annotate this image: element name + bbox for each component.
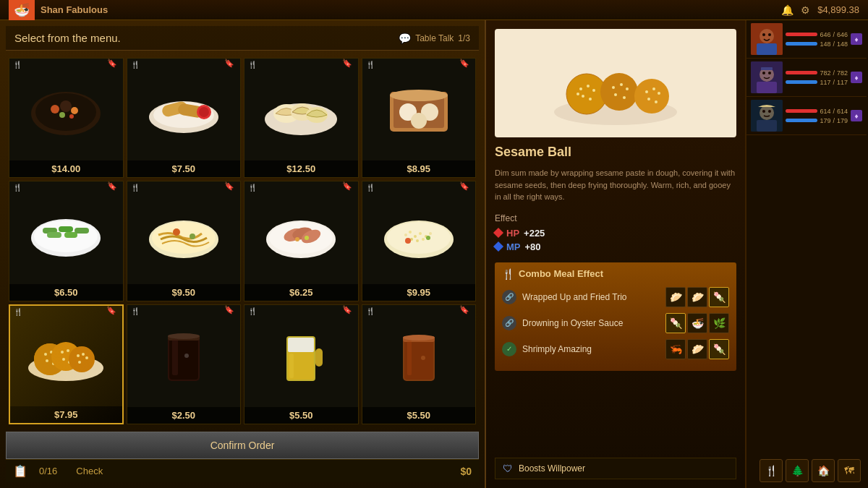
food-item-3[interactable]: 🍴🔖$12.50: [244, 58, 359, 178]
food-item-12[interactable]: 🍴🔖$5.50: [362, 304, 477, 424]
hp-value: +225: [524, 228, 545, 239]
combo-food-thumb-1a: 🥟: [665, 287, 686, 307]
boosts-icon: 🛡: [503, 463, 513, 474]
food-image-6: [127, 181, 241, 283]
food-image-10: [127, 305, 241, 407]
char-3-emblem: ♦: [851, 110, 862, 121]
right-sidebar: 646 / 646 148 / 148 ♦: [745, 20, 867, 488]
svg-point-12: [199, 107, 209, 117]
food-item-9[interactable]: 🍴🔖$7.95: [9, 304, 124, 424]
svg-point-60: [46, 359, 48, 362]
char-avatar-1: [751, 23, 783, 55]
food-bookmark-5: 🔖: [107, 181, 117, 191]
sidebar-btn-map[interactable]: 🗺: [838, 459, 861, 482]
food-image-5: [9, 181, 123, 283]
svg-point-66: [62, 358, 65, 361]
food-icon-2: 🍴: [131, 61, 140, 69]
order-count: 0/16: [39, 466, 57, 476]
svg-point-39: [295, 237, 299, 241]
char-2-hp-value: 782: [820, 69, 830, 77]
svg-point-111: [655, 100, 658, 103]
svg-point-115: [762, 33, 765, 36]
food-item-11[interactable]: 🍴🔖$5.50: [244, 304, 359, 424]
char-1-hp-row: 646 / 646: [786, 31, 848, 38]
check-button[interactable]: Check: [76, 466, 103, 476]
hp-effect-row: HP +225: [495, 228, 736, 239]
food-icon-3: 🍴: [248, 61, 257, 69]
svg-point-87: [403, 335, 435, 341]
combo-food-thumb-2c: 🌿: [709, 313, 729, 333]
svg-point-69: [77, 354, 80, 357]
svg-point-4: [71, 107, 78, 114]
char-1-hp-bar: [786, 33, 817, 36]
char-1-hp-bar-container: [786, 33, 817, 36]
svg-rect-77: [172, 339, 178, 375]
svg-point-124: [760, 106, 774, 120]
char-stats-1: 646 / 646 148 / 148: [786, 31, 848, 48]
svg-point-108: [652, 87, 655, 90]
svg-point-64: [67, 349, 69, 352]
combo-row-3-foods: 🦐 🥟 🍡: [665, 339, 729, 359]
food-item-8[interactable]: 🍴🔖$9.95: [362, 181, 477, 301]
char-1-mp-value: 148: [820, 40, 830, 48]
svg-point-42: [387, 222, 451, 254]
svg-point-50: [416, 239, 419, 242]
food-price-10: $2.50: [127, 407, 241, 424]
svg-point-52: [405, 238, 411, 244]
sidebar-btn-tree[interactable]: 🌲: [786, 459, 809, 482]
food-item-5[interactable]: 🍴🔖$6.50: [9, 181, 124, 301]
food-bookmark-1: 🔖: [107, 59, 117, 68]
combo-row-2-icon: 🔗: [502, 316, 516, 330]
hp-label: HP: [506, 228, 519, 239]
svg-point-53: [426, 236, 430, 240]
svg-point-101: [612, 86, 615, 89]
food-icon-8: 🍴: [366, 184, 375, 192]
character-card-2: 782 / 782 117 / 117 ♦: [746, 59, 867, 97]
svg-point-44: [409, 231, 412, 234]
sidebar-btn-fork[interactable]: 🍴: [760, 459, 783, 482]
svg-rect-114: [757, 43, 777, 55]
char-1-mp-bar-container: [786, 42, 817, 46]
hp-diamond: [493, 228, 503, 238]
detail-description: Dim sum made by wrapping sesame paste in…: [495, 167, 736, 203]
sidebar-bottom-icons: 🍴 🌲 🏠 🗺: [746, 453, 867, 488]
confirm-order-button[interactable]: Confirm Order: [6, 432, 479, 459]
char-1-mp-row: 148 / 148: [786, 40, 848, 48]
char-3-mp-bar: [786, 119, 817, 122]
char-3-hp-row: 614 / 614: [786, 108, 848, 115]
svg-point-94: [579, 87, 582, 90]
food-icon-11: 🍴: [248, 307, 257, 315]
detail-panel: Sesame Ball Dim sum made by wrapping ses…: [485, 20, 745, 488]
mp-value: +80: [525, 241, 541, 252]
food-price-11: $5.50: [244, 407, 358, 424]
svg-rect-80: [288, 338, 314, 352]
food-bookmark-9: 🔖: [106, 306, 116, 315]
combo-food-thumb-3a: 🦐: [665, 339, 686, 359]
food-price-7: $6.25: [244, 284, 358, 301]
food-item-6[interactable]: 🍴🔖$9.50: [127, 181, 242, 301]
char-3-hp-value: 614: [820, 108, 830, 115]
menu-header: Select from the menu. 💬 Table Talk 1/3: [6, 26, 479, 51]
food-price-1: $14.00: [9, 160, 123, 177]
food-item-1[interactable]: 🍴🔖$14.00: [9, 58, 124, 178]
svg-point-43: [404, 234, 407, 236]
food-item-10[interactable]: 🍴🔖$2.50: [127, 304, 242, 424]
food-item-2[interactable]: 🍴🔖$7.50: [127, 58, 242, 178]
gear-icon[interactable]: ⚙: [801, 4, 810, 16]
effect-label: Effect: [495, 213, 736, 223]
food-bookmark-11: 🔖: [342, 305, 352, 314]
mp-effect-row: MP +80: [495, 241, 736, 252]
boosts-bar: 🛡 Boosts Willpower: [495, 458, 736, 479]
table-talk: 💬 Table Talk 1/3: [399, 33, 470, 44]
food-image-12: [362, 305, 476, 407]
food-icon-12: 🍴: [366, 307, 375, 315]
sidebar-btn-home[interactable]: 🏠: [812, 459, 835, 482]
bell-icon[interactable]: 🔔: [781, 4, 793, 16]
food-image-9: [10, 306, 122, 406]
food-item-4[interactable]: 🍴🔖$8.95: [362, 58, 477, 178]
food-price-4: $8.95: [362, 160, 476, 177]
svg-point-121: [768, 72, 771, 74]
food-bookmark-3: 🔖: [342, 59, 352, 68]
food-item-7[interactable]: 🍴🔖$6.25: [244, 181, 359, 301]
combo-row-1-icon: 🔗: [502, 290, 516, 304]
